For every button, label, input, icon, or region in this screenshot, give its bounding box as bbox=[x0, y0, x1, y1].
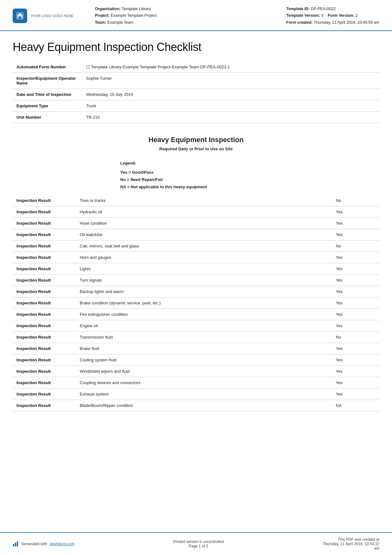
info-row: Automated Form Number ☐ Template Library… bbox=[13, 61, 379, 73]
inspection-label: Inspection Result bbox=[13, 377, 76, 388]
inspection-row: Inspection Result Turn signals Yes bbox=[13, 274, 379, 286]
inspection-item: Coupling devices and connectors bbox=[76, 377, 332, 388]
inspection-row: Inspection Result Brake condition (dynam… bbox=[13, 297, 379, 309]
inspection-result: Yes bbox=[332, 365, 358, 377]
inspection-row: Inspection Result Hydraulic oil Yes bbox=[13, 206, 379, 217]
inspection-result: Yes bbox=[332, 343, 358, 354]
info-value: Truck bbox=[82, 100, 379, 111]
project-row: Project: Example Template Project bbox=[95, 12, 286, 19]
page: YOUR LOGO GOES HERE Organisation: Templa… bbox=[0, 0, 392, 555]
header-right: Template ID: DP-PEA-0022 Template Versio… bbox=[286, 6, 379, 26]
info-row: Unit Number TR-210 bbox=[13, 111, 379, 123]
project-label: Project: bbox=[95, 13, 110, 18]
dashpivot-link[interactable]: dashpivot.com bbox=[50, 542, 74, 546]
inspection-result: Yes bbox=[332, 217, 358, 229]
inspection-notes bbox=[358, 354, 379, 365]
inspection-item: Lights bbox=[76, 263, 332, 274]
bar-chart-icon bbox=[13, 541, 19, 547]
inspection-result: Yes bbox=[332, 354, 358, 365]
svg-rect-3 bbox=[15, 543, 16, 546]
inspection-label: Inspection Result bbox=[13, 354, 76, 365]
legend-item: NA = Not applicable to this heavy equipm… bbox=[120, 184, 367, 189]
info-row: Inspector/Equipment Operator Name Sophie… bbox=[13, 72, 379, 89]
inspection-notes bbox=[358, 240, 379, 252]
inspection-row: Inspection Result Transmission fluid No bbox=[13, 331, 379, 343]
inspection-result: Yes bbox=[332, 252, 358, 263]
inspection-result: Yes bbox=[332, 388, 358, 400]
info-label: Unit Number bbox=[13, 111, 82, 123]
inspection-result: Yes bbox=[332, 274, 358, 286]
inspection-item: Turn signals bbox=[76, 274, 332, 286]
inspection-item: Transmission fluid bbox=[76, 331, 332, 343]
generated-text: Generated with bbox=[22, 542, 47, 546]
inspection-item: Fire extinguisher condition bbox=[76, 309, 332, 320]
header-logo: YOUR LOGO GOES HERE bbox=[13, 6, 82, 26]
heq-section: Heavy Equipment Inspection Required Dail… bbox=[13, 129, 379, 154]
org-row: Organisation: Template Library bbox=[95, 6, 286, 12]
footer-left: Generated with dashpivot.com bbox=[13, 541, 74, 547]
inspection-label: Inspection Result bbox=[13, 400, 76, 411]
svg-rect-2 bbox=[13, 544, 14, 546]
inspection-result: No bbox=[332, 331, 358, 343]
legend-item: No = Need Repair/Fail bbox=[120, 177, 367, 182]
section-title: Heavy Equipment Inspection bbox=[13, 136, 379, 144]
svg-rect-1 bbox=[19, 16, 21, 18]
inspection-item: Brake condition (dynamic service, park, … bbox=[76, 297, 332, 309]
inspection-item: Cooling system fluid bbox=[76, 354, 332, 365]
legend-title: Legend: bbox=[120, 161, 367, 165]
header: YOUR LOGO GOES HERE Organisation: Templa… bbox=[0, 0, 392, 31]
inspection-item: Backup lights and alarm bbox=[76, 286, 332, 297]
inspection-label: Inspection Result bbox=[13, 343, 76, 354]
info-label: Date and Time of Inspection bbox=[13, 89, 82, 100]
inspection-result: NA bbox=[332, 400, 358, 411]
inspection-notes bbox=[358, 217, 379, 229]
info-row: Equipment Type Truck bbox=[13, 100, 379, 111]
inspection-row: Inspection Result Fire extinguisher cond… bbox=[13, 309, 379, 320]
inspection-item: Brake fluid bbox=[76, 343, 332, 354]
inspection-row: Inspection Result Engine oil Yes bbox=[13, 320, 379, 331]
form-created-row: Form created: Thursday, 11 April 2019, 1… bbox=[286, 19, 379, 26]
inspection-notes bbox=[358, 195, 379, 206]
team-label: Team: bbox=[95, 20, 106, 25]
footer-center: Printed version is uncontrolled Page 1 o… bbox=[173, 539, 224, 548]
info-value: Wednesday, 10 July 2019 bbox=[82, 89, 379, 100]
inspection-result: Yes bbox=[332, 286, 358, 297]
inspection-notes bbox=[358, 331, 379, 343]
inspection-item: Tires or tracks bbox=[76, 195, 332, 206]
page-title: Heavy Equipment Inspection Checklist bbox=[13, 41, 379, 54]
inspection-item: Windshield wipers and fluid bbox=[76, 365, 332, 377]
svg-rect-4 bbox=[17, 541, 18, 546]
inspection-label: Inspection Result bbox=[13, 206, 76, 217]
info-value: ☐ Template Library-Example Template Proj… bbox=[82, 61, 379, 73]
project-value-text: Example Template Project bbox=[111, 13, 157, 18]
section-subtitle: Required Daily or Prior to Use on Site bbox=[13, 147, 379, 151]
inspection-label: Inspection Result bbox=[13, 229, 76, 240]
inspection-label: Inspection Result bbox=[13, 195, 76, 206]
inspection-result: Yes bbox=[332, 377, 358, 388]
inspection-item: Engine oil bbox=[76, 320, 332, 331]
inspection-item: Hose condition bbox=[76, 217, 332, 229]
inspection-result: No bbox=[332, 195, 358, 206]
inspection-result: Yes bbox=[332, 297, 358, 309]
info-value: TR-210 bbox=[82, 111, 379, 123]
inspection-notes bbox=[358, 365, 379, 377]
inspection-item: Horn and gauges bbox=[76, 252, 332, 263]
template-id-row: Template ID: DP-PEA-0022 bbox=[286, 6, 379, 12]
team-row: Team: Example Team bbox=[95, 19, 286, 26]
inspection-item: Hydraulic oil bbox=[76, 206, 332, 217]
inspection-row: Inspection Result Brake fluid Yes bbox=[13, 343, 379, 354]
inspection-notes bbox=[358, 229, 379, 240]
inspection-item: Oil leak/lube bbox=[76, 229, 332, 240]
form-version-label: Form Version: bbox=[328, 13, 354, 18]
inspection-label: Inspection Result bbox=[13, 309, 76, 320]
inspection-label: Inspection Result bbox=[13, 217, 76, 229]
logo-text: YOUR LOGO GOES HERE bbox=[30, 14, 73, 18]
inspection-notes bbox=[358, 286, 379, 297]
info-label: Equipment Type bbox=[13, 100, 82, 111]
inspection-label: Inspection Result bbox=[13, 320, 76, 331]
inspection-label: Inspection Result bbox=[13, 365, 76, 377]
template-version-label: Template Version: bbox=[286, 13, 320, 18]
main-content: Heavy Equipment Inspection Checklist Aut… bbox=[0, 31, 392, 532]
inspection-result: Yes bbox=[332, 309, 358, 320]
org-value-text: Template Library bbox=[122, 7, 151, 11]
